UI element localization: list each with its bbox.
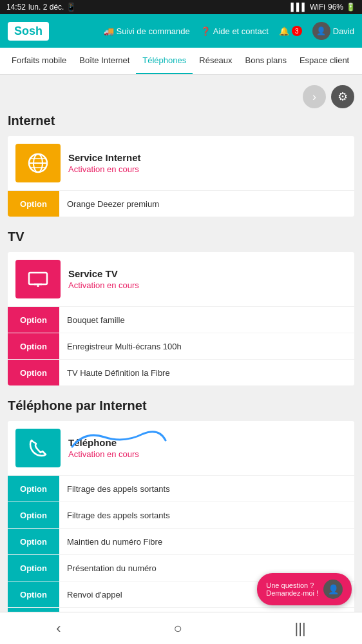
settings-button[interactable]: ⚙ [331,85,354,108]
telephone-service-row: Téléphone Activation en cours [8,421,354,475]
internet-service-row: Service Internet Activation en cours [8,136,354,190]
internet-option-0: Option Orange Deezer premium [8,190,354,217]
telephone-service-status: Activation en cours [68,449,347,459]
chat-avatar: 👤 [323,580,343,599]
telephone-option-2: Option Maintien du numéro Fibre [8,528,354,554]
internet-service-status: Activation en cours [68,164,347,174]
user-name: David [333,26,354,36]
svg-rect-5 [29,273,47,284]
carrier-icon: 📱 [66,3,76,12]
status-bar: 14:52 lun. 2 déc. 📱 ▌▌▌ WiFi 96% 🔋 [0,0,362,14]
globe-icon [26,151,50,175]
battery-percent: 96% [328,3,343,12]
time: 14:52 [6,3,26,12]
forward-button[interactable]: › [303,85,326,108]
internet-option-badge-0: Option [8,191,59,217]
recents-button[interactable]: ||| [294,620,305,637]
telephone-option-badge-4: Option [8,581,59,607]
main-content: › ⚙ Internet Service Internet [0,75,362,644]
tv-icon-box [15,260,61,298]
telephone-option-badge-3: Option [8,555,59,581]
back-button[interactable]: ‹ [56,620,61,637]
tv-service-info: Service TV Activation en cours [68,268,347,290]
notifications-button[interactable]: 🔔 3 [279,26,302,36]
chat-line2: Demandez-moi ! [266,589,318,597]
aide-contact-link[interactable]: ❓ Aide et contact [200,26,269,36]
telephone-option-1: Option Filtrage des appels sortants [8,502,354,528]
telephone-service-info: Téléphone Activation en cours [68,437,347,459]
tab-telephones[interactable]: Téléphones [136,48,193,74]
truck-icon: 🚚 [104,26,114,36]
internet-option-label-0: Orange Deezer premium [59,193,354,215]
tv-option-label-0: Bouquet famille [59,309,354,331]
tv-option-badge-2: Option [8,360,59,385]
bottom-bar: ‹ ○ ||| [0,612,362,644]
tv-service-name: Service TV [68,268,347,279]
tab-reseaux[interactable]: Réseaux [193,48,238,74]
aide-label: Aide et contact [213,26,269,36]
notification-badge: 3 [292,26,302,36]
chat-button[interactable]: Une question ? Demandez-moi ! 👤 [257,573,352,605]
tab-boite-internet[interactable]: Boîte Internet [73,48,136,74]
status-bar-right: ▌▌▌ WiFi 96% 🔋 [291,3,356,12]
tv-card: Service TV Activation en cours Option Bo… [8,252,354,385]
chat-text: Une question ? Demandez-moi ! [266,581,318,597]
tv-option-2: Option TV Haute Définition la Fibre [8,359,354,385]
internet-title: Internet [8,113,354,128]
telephone-service-name: Téléphone [68,437,347,448]
tv-service-row: Service TV Activation en cours [8,252,354,306]
tv-service-status: Activation en cours [68,280,347,290]
tab-bons-plans[interactable]: Bons plans [239,48,293,74]
signal-icon: ▌▌▌ [291,3,307,12]
tv-option-badge-1: Option [8,333,59,359]
internet-service-info: Service Internet Activation en cours [68,152,347,174]
tv-icon [26,268,50,291]
header: Sosh 🚚 Suivi de commande ❓ Aide et conta… [0,14,362,48]
nav-tabs: Forfaits mobile Boîte Internet Téléphone… [0,48,362,75]
tv-option-0: Option Bouquet famille [8,306,354,333]
internet-card: Service Internet Activation en cours Opt… [8,136,354,217]
telephone-option-badge-2: Option [8,529,59,554]
chat-line1: Une question ? [266,581,318,589]
bell-icon: 🔔 [279,26,289,36]
telephone-option-label-1: Filtrage des appels sortants [59,504,354,527]
tv-option-badge-0: Option [8,307,59,333]
help-icon: ❓ [200,26,211,36]
user-profile-button[interactable]: 👤 David [312,22,354,40]
date: lun. 2 déc. [28,3,64,12]
phone-icon-box [15,429,61,467]
internet-service-name: Service Internet [68,152,347,163]
avatar: 👤 [312,22,330,40]
suivi-commande-link[interactable]: 🚚 Suivi de commande [104,26,190,36]
internet-section: Internet Service Internet Activation en … [8,113,354,217]
tab-communaute[interactable]: Communauté [356,48,362,74]
home-button[interactable]: ○ [173,620,182,637]
telephone-option-label-2: Maintien du numéro Fibre [59,531,354,553]
telephone-option-0: Option Filtrage des appels sortants [8,475,354,502]
tv-option-label-1: Enregistreur Multi-écrans 100h [59,335,354,358]
telephone-option-badge-1: Option [8,502,59,528]
telephone-option-label-0: Filtrage des appels sortants [59,478,354,500]
tv-title: TV [8,229,354,244]
battery-icon: 🔋 [346,3,356,12]
tv-section: TV Service TV Activation en cours Option [8,229,354,385]
internet-icon-box [15,144,61,182]
telephone-option-badge-0: Option [8,476,59,502]
logo[interactable]: Sosh [8,22,49,41]
wifi-icon: WiFi [310,3,325,12]
tab-forfaits-mobile[interactable]: Forfaits mobile [5,48,73,74]
suivi-label: Suivi de commande [117,26,190,36]
tv-option-1: Option Enregistreur Multi-écrans 100h [8,333,354,359]
tab-espace-client[interactable]: Espace client [293,48,356,74]
telephone-title: Téléphone par Internet [8,398,354,413]
status-bar-left: 14:52 lun. 2 déc. 📱 [6,3,76,12]
header-actions: 🚚 Suivi de commande ❓ Aide et contact 🔔 … [104,22,354,40]
toolbar: › ⚙ [8,85,354,108]
phone-icon [26,436,50,460]
tv-option-label-2: TV Haute Définition la Fibre [59,362,354,384]
